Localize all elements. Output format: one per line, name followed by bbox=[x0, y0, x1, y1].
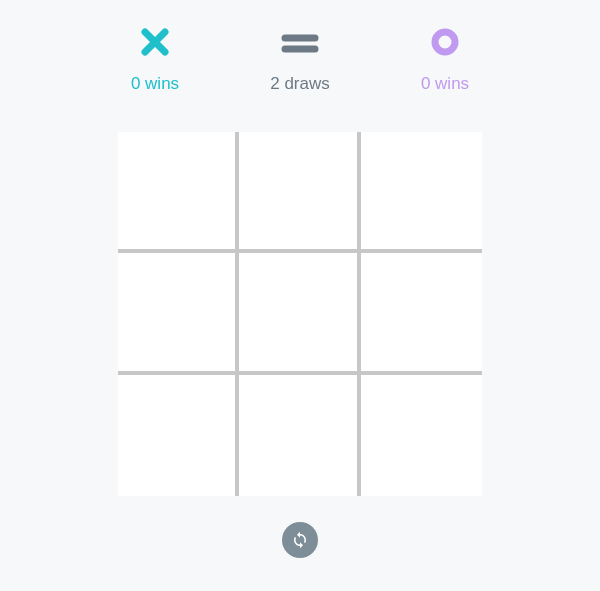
cell-2[interactable] bbox=[361, 132, 482, 253]
cell-8[interactable] bbox=[361, 375, 482, 496]
score-draw-column: 2 draws bbox=[250, 26, 350, 94]
reset-button[interactable] bbox=[282, 522, 318, 558]
cell-5[interactable] bbox=[361, 253, 482, 374]
game-board bbox=[118, 132, 482, 496]
cell-0[interactable] bbox=[118, 132, 239, 253]
reset-icon bbox=[291, 531, 309, 549]
score-draw-label: 2 draws bbox=[270, 74, 330, 94]
score-x-column: 0 wins bbox=[105, 26, 205, 94]
svg-point-4 bbox=[435, 32, 455, 52]
cell-4[interactable] bbox=[239, 253, 360, 374]
cell-1[interactable] bbox=[239, 132, 360, 253]
score-o-column: 0 wins bbox=[395, 26, 495, 94]
o-mark-icon bbox=[430, 26, 460, 58]
score-x-label: 0 wins bbox=[131, 74, 179, 94]
reset-area bbox=[282, 522, 318, 558]
cell-3[interactable] bbox=[118, 253, 239, 374]
draw-icon bbox=[279, 26, 321, 58]
x-mark-icon bbox=[140, 26, 170, 58]
cell-6[interactable] bbox=[118, 375, 239, 496]
scoreboard: 0 wins 2 draws 0 wins bbox=[105, 26, 495, 94]
cell-7[interactable] bbox=[239, 375, 360, 496]
score-o-label: 0 wins bbox=[421, 74, 469, 94]
